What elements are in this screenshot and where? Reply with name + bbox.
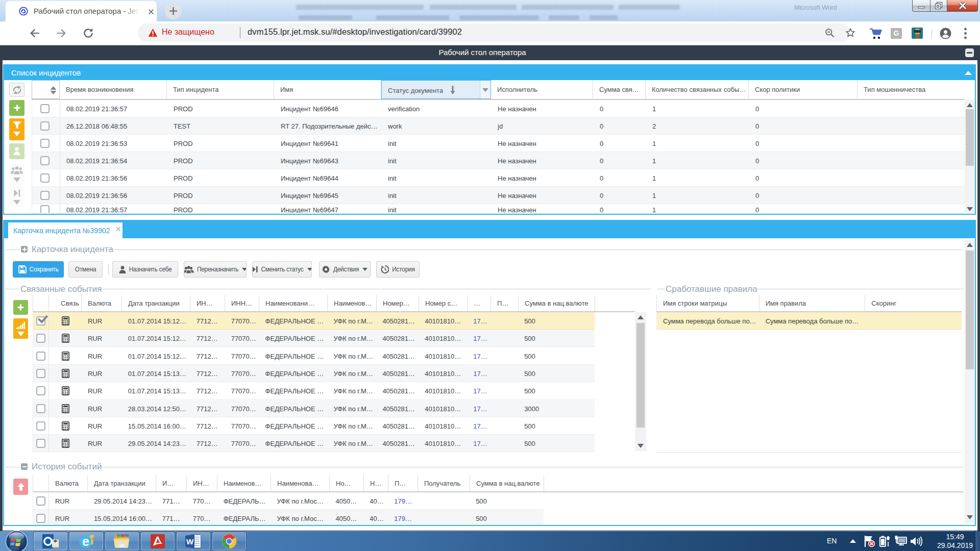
scroll-up-icon[interactable]: [967, 243, 973, 247]
related-event-row[interactable]: RUR29.05.2014 14:23…7712…77070…ФЕДЕРАЛЬН…: [33, 435, 595, 452]
related-event-row[interactable]: RUR01.07.2014 15:12…7712…77070…ФЕДЕРАЛЬН…: [33, 312, 595, 330]
scrollbar-thumb[interactable]: [636, 323, 645, 428]
row-checkbox[interactable]: [40, 173, 50, 183]
back-icon[interactable]: [28, 27, 41, 40]
taskbar-app-outlook[interactable]: [34, 532, 67, 550]
column-header[interactable]: Дата транзакции: [88, 475, 156, 491]
card-button-1[interactable]: Отмена: [68, 261, 103, 278]
column-header[interactable]: Скоринг: [865, 295, 962, 311]
taskbar-app-explorer[interactable]: [105, 532, 139, 550]
profile-avatar-icon[interactable]: [939, 27, 952, 40]
card-button-2[interactable]: Назначить себе: [112, 261, 178, 278]
window-close-button[interactable]: [947, 0, 978, 12]
row-checkbox[interactable]: [36, 404, 45, 413]
column-header[interactable]: Исполнитель: [491, 80, 593, 99]
column-header[interactable]: ИН…: [190, 295, 225, 311]
cell[interactable]: 17…: [467, 400, 491, 417]
triggered-rule-row[interactable]: Сумма перевода больше по…Сумма перевода …: [656, 312, 962, 330]
column-header[interactable]: Сумма в нац.валюте: [470, 475, 544, 491]
column-header[interactable]: Тип мошенничества: [857, 80, 964, 99]
incident-row[interactable]: 08.02.2019 21:36:56PRODИнцидент №69645in…: [32, 187, 965, 204]
scrollbar-thumb[interactable]: [966, 109, 974, 166]
menu-dots-icon[interactable]: [964, 27, 967, 40]
column-header[interactable]: Наименов…: [328, 295, 377, 311]
related-event-row[interactable]: RUR01.07.2014 15:12…7712…77070…ФЕДЕРАЛЬН…: [33, 330, 595, 347]
security-warning-label[interactable]: Не защищено: [162, 28, 214, 37]
related-events-scrollbar[interactable]: [635, 312, 646, 451]
add-event-button[interactable]: [13, 300, 28, 315]
column-header[interactable]: Сумма в нац.валюте: [519, 295, 595, 311]
cell[interactable]: 17…: [467, 365, 491, 382]
power-battery-icon[interactable]: [879, 535, 891, 547]
scroll-down-icon[interactable]: [638, 444, 644, 448]
cell[interactable]: 17…: [467, 435, 491, 452]
history-event-row[interactable]: RUR15.05.2014 16:00…771…770…ФЕДЕРАЛЬ…УФК…: [33, 510, 544, 524]
row-checkbox[interactable]: [36, 439, 45, 448]
row-checkbox[interactable]: [36, 386, 45, 395]
scroll-down-icon[interactable]: [967, 515, 973, 519]
column-header[interactable]: Тип инцидента: [167, 80, 274, 99]
column-header[interactable]: Но…: [330, 475, 364, 491]
g-extension-icon[interactable]: G: [891, 28, 902, 39]
collapse-panel-icon[interactable]: [965, 71, 972, 75]
column-header[interactable]: П…: [491, 295, 519, 311]
row-checkbox[interactable]: [36, 352, 45, 361]
cell[interactable]: 179…: [388, 492, 418, 509]
column-header[interactable]: Скор политики: [749, 80, 857, 99]
card-button-5[interactable]: Действия: [319, 261, 371, 278]
change-status-list-button[interactable]: [9, 186, 24, 207]
related-event-row[interactable]: RUR28.03.2014 12:50…7712…77070…ФЕДЕРАЛЬН…: [33, 400, 595, 417]
column-header[interactable]: [33, 475, 49, 491]
column-header[interactable]: Н…: [364, 475, 388, 491]
column-header[interactable]: Наименова…: [271, 475, 330, 491]
network-icon[interactable]: [894, 535, 908, 547]
incident-list-panel-header[interactable]: Список инцидентов: [4, 65, 975, 80]
card-tab[interactable]: Карточка инцидента №39902 ✕: [8, 222, 122, 238]
zoom-out-icon[interactable]: [824, 28, 835, 38]
column-header[interactable]: ИНН…: [225, 295, 259, 311]
row-checkbox[interactable]: [40, 205, 50, 213]
collapse-card-section-icon[interactable]: [21, 246, 28, 253]
reload-icon[interactable]: [82, 27, 95, 40]
row-checkbox[interactable]: [36, 496, 45, 506]
browser-tab[interactable]: Рабочий стол оператора - Jet D: [6, 1, 157, 21]
column-header[interactable]: Наименовани…: [259, 295, 328, 311]
assign-user-button[interactable]: [9, 143, 24, 159]
window-minimize-button[interactable]: [912, 0, 930, 12]
column-header[interactable]: Получатель: [418, 475, 470, 491]
incident-row[interactable]: 08.02.2019 21:36:56PRODИнцидент №69644in…: [32, 169, 965, 187]
collapse-history-section-icon[interactable]: [21, 463, 28, 470]
row-checkbox[interactable]: [36, 369, 45, 378]
column-header[interactable]: И…: [156, 475, 187, 491]
card-scrollbar[interactable]: [965, 240, 975, 523]
row-checkbox[interactable]: [36, 514, 45, 523]
address-bar[interactable]: Не защищено dvm155.lpr.jet.msk.su/#deskt…: [138, 23, 850, 42]
cell[interactable]: 17…: [467, 330, 491, 346]
card-button-6[interactable]: История: [376, 261, 420, 278]
sort-diamond-icon[interactable]: [50, 86, 57, 94]
start-button[interactable]: [5, 530, 29, 551]
refresh-incidents-button[interactable]: [9, 83, 24, 97]
cell[interactable]: 17…: [467, 382, 491, 399]
cell[interactable]: 17…: [467, 347, 491, 364]
scroll-up-icon[interactable]: [967, 103, 973, 107]
column-header[interactable]: Наименов…: [217, 475, 271, 491]
tray-expand-icon[interactable]: [850, 539, 856, 543]
row-checkbox[interactable]: [40, 121, 50, 131]
row-checkbox[interactable]: [36, 421, 45, 431]
column-header-select[interactable]: [32, 80, 60, 99]
cell[interactable]: 17…: [467, 417, 491, 434]
tray-language-indicator[interactable]: EN: [827, 537, 837, 545]
row-checkbox[interactable]: [36, 334, 45, 343]
taskbar-app-word[interactable]: W: [177, 532, 210, 550]
incident-row[interactable]: 08.02.2019 21:36:54PRODИнцидент №69643in…: [32, 152, 965, 169]
incident-row[interactable]: 26.12.2018 06:48:55TESTRT 27. Подозрител…: [32, 117, 965, 135]
scroll-down-icon[interactable]: [967, 207, 973, 211]
action-center-flag-icon[interactable]: [864, 535, 875, 547]
cell[interactable]: 17…: [467, 312, 491, 329]
column-header[interactable]: Номер…: [377, 295, 419, 311]
column-header[interactable]: Количество связанных собы…: [646, 80, 749, 99]
image-extension-icon[interactable]: [912, 28, 923, 39]
related-event-row[interactable]: RUR01.07.2014 15:13…7712…77070…ФЕДЕРАЛЬН…: [33, 365, 595, 382]
tab-close-icon[interactable]: [147, 8, 155, 16]
